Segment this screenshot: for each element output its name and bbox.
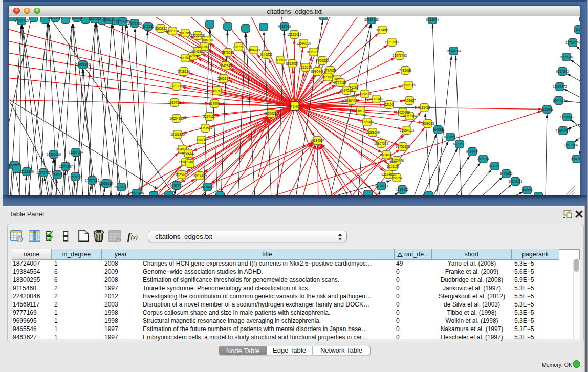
svg-text:9227342: 9227342 [556,69,569,73]
svg-text:15909348: 15909348 [179,160,193,163]
svg-text:8454749: 8454749 [248,48,260,51]
svg-text:3875685: 3875685 [222,50,234,54]
svg-text:16046716: 16046716 [175,147,190,150]
svg-text:989961: 989961 [180,56,191,59]
svg-text:7515526: 7515526 [142,24,155,28]
svg-text:1244413: 1244413 [553,98,565,102]
svg-text:13325419: 13325419 [287,32,302,36]
svg-text:2718126: 2718126 [178,69,190,73]
svg-text:14353594: 14353594 [198,126,213,129]
svg-text:12942757: 12942757 [36,170,51,174]
svg-text:6794028: 6794028 [324,68,337,72]
svg-text:2986372: 2986372 [355,108,367,112]
svg-text:18807249: 18807249 [374,141,389,145]
svg-text:13975887: 13975887 [58,164,73,168]
svg-text:16210643: 16210643 [560,115,575,118]
svg-text:19654935: 19654935 [169,116,184,120]
svg-text:1615172: 1615172 [387,164,400,168]
svg-text:286760: 286760 [233,45,244,48]
svg-text:19654923: 19654923 [400,128,415,132]
svg-text:6466160: 6466160 [103,17,116,21]
svg-text:17010504: 17010504 [563,143,578,146]
svg-text:387834: 387834 [195,138,207,141]
svg-text:20387682: 20387682 [364,17,379,21]
svg-text:12975115: 12975115 [401,83,416,86]
svg-text:16154838: 16154838 [375,28,390,31]
svg-text:15716485: 15716485 [200,185,215,188]
svg-text:9146821: 9146821 [260,52,273,56]
svg-text:16648784: 16648784 [446,49,461,52]
svg-text:9327503: 9327503 [198,45,211,48]
svg-text:114519: 114519 [52,172,63,176]
svg-text:12505135: 12505135 [68,174,83,178]
svg-text:9242848: 9242848 [220,63,232,67]
svg-text:6879197: 6879197 [453,142,466,145]
svg-text:23226058: 23226058 [190,33,205,37]
svg-text:62160: 62160 [384,102,394,106]
svg-text:16914479: 16914479 [192,173,207,177]
svg-text:8186328: 8186328 [201,38,213,41]
svg-text:10307487: 10307487 [369,97,384,100]
svg-text:12213363: 12213363 [169,84,184,87]
svg-text:20206556: 20206556 [47,152,61,156]
svg-text:9115460: 9115460 [418,105,431,109]
svg-text:7485063: 7485063 [399,68,412,72]
svg-text:20691406: 20691406 [48,17,63,19]
svg-text:10654112: 10654112 [508,179,522,183]
svg-text:16782759: 16782759 [114,185,129,188]
svg-text:1588520: 1588520 [274,58,287,61]
svg-text:2803144: 2803144 [217,76,230,80]
svg-text:12923446: 12923446 [129,191,144,194]
svg-text:19166825: 19166825 [170,132,185,136]
svg-text:12093872: 12093872 [553,84,568,88]
svg-text:7663822: 7663822 [155,26,167,30]
svg-text:252254: 252254 [391,176,402,179]
svg-text:345: 345 [334,77,340,80]
svg-text:10688609: 10688609 [365,130,380,134]
svg-text:7955812: 7955812 [316,58,329,62]
svg-text:1733426: 1733426 [396,187,409,191]
svg-text:9699695: 9699695 [422,121,434,125]
svg-text:1112: 1112 [575,27,580,31]
svg-text:20364436: 20364436 [344,98,359,102]
svg-text:39159061: 39159061 [9,163,21,166]
svg-text:18300295: 18300295 [264,111,279,115]
svg-text:3215958: 3215958 [541,107,554,111]
svg-text:317006: 317006 [209,101,220,105]
svg-text:164095: 164095 [432,127,444,131]
svg-text:3624574: 3624574 [359,92,372,95]
svg-text:9427512: 9427512 [211,89,224,92]
svg-text:1527602: 1527602 [89,17,101,20]
svg-text:9498222: 9498222 [182,151,195,155]
svg-text:2935114: 2935114 [477,157,490,160]
svg-text:9463627: 9463627 [403,98,416,102]
svg-text:20756928: 20756928 [396,144,410,148]
svg-text:9218906: 9218906 [278,24,291,28]
svg-text:18724007: 18724007 [286,104,304,108]
svg-text:8471676: 8471676 [500,171,513,175]
svg-text:1362615: 1362615 [299,65,312,69]
svg-text:12213967: 12213967 [385,40,400,43]
svg-text:14136141: 14136141 [374,184,389,187]
svg-text:9777169: 9777169 [334,80,347,84]
svg-text:19384554: 19384554 [310,138,325,142]
svg-text:9684007: 9684007 [380,152,393,156]
svg-text:16958167: 16958167 [99,181,114,185]
svg-text:12359924: 12359924 [69,150,83,154]
svg-text:8822037: 8822037 [286,61,299,65]
svg-text:8990448: 8990448 [311,69,324,73]
svg-text:8938928: 8938928 [444,135,457,138]
svg-text:14055715: 14055715 [14,18,29,22]
svg-text:1610753: 1610753 [168,100,181,104]
svg-text:1164753: 1164753 [571,157,580,160]
svg-text:9660124: 9660124 [166,29,179,32]
svg-text:6497568: 6497568 [340,88,353,92]
svg-text:10553287: 10553287 [70,17,84,19]
svg-text:10025488: 10025488 [396,110,410,114]
svg-text:16961758: 16961758 [306,50,321,53]
svg-text:16120746: 16120746 [389,158,404,162]
svg-text:15692971: 15692971 [556,128,571,132]
svg-text:1621075: 1621075 [322,75,335,78]
svg-text:13640910: 13640910 [296,41,311,45]
svg-text:15751074: 15751074 [565,40,580,44]
